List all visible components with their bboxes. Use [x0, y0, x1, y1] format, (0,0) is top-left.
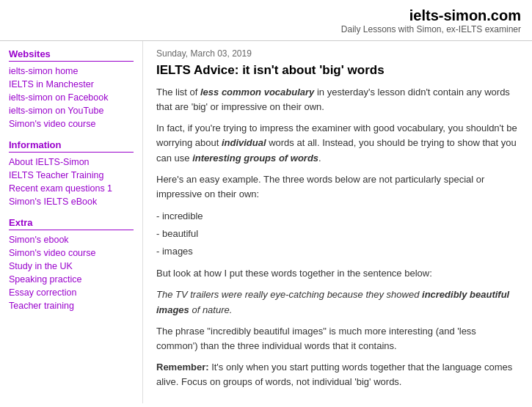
example-sentence: The TV trailers were really eye-catching… — [156, 289, 509, 315]
highlight-less-common: less common vocabulary — [200, 87, 314, 98]
sidebar-link-teacher-training-extra[interactable]: Teacher training — [9, 301, 134, 311]
sidebar-link-ielts-simon-home[interactable]: ielts-simon home — [9, 66, 134, 76]
sidebar-section-information: Information About IELTS-Simon IELTS Teac… — [9, 139, 134, 207]
para-1: The list of less common vocabulary in ye… — [156, 85, 519, 114]
para-5-example: The TV trailers were really eye-catching… — [156, 287, 519, 317]
sidebar-link-exam-questions[interactable]: Recent exam questions 1 — [9, 183, 134, 194]
list-item-3: - images — [156, 243, 519, 260]
para-4: But look at how I put these words togeth… — [156, 266, 519, 281]
sidebar-link-simons-ebook[interactable]: Simon's ebook — [9, 235, 134, 245]
sidebar-link-video-course-1[interactable]: Simon's video course — [9, 119, 134, 129]
sidebar-section-title-information: Information — [9, 139, 134, 153]
list-item-1: - incredible — [156, 208, 519, 224]
word-list: - incredible - beautiful - images — [156, 208, 519, 260]
sidebar-link-facebook[interactable]: ielts-simon on Facebook — [9, 92, 134, 103]
para-2: In fact, if you're trying to impress the… — [156, 121, 519, 165]
para-6: The phrase "incredibly beautiful images"… — [156, 324, 519, 353]
sidebar-link-study-uk[interactable]: Study in the UK — [9, 261, 134, 271]
sidebar-link-video-course-2[interactable]: Simon's video course — [9, 248, 134, 258]
para-3: Here's an easy example. The three words … — [156, 172, 519, 202]
highlight-incredibly: incredibly beautiful images — [156, 289, 509, 315]
site-title: ielts-simon.com — [11, 7, 521, 24]
sidebar-link-essay-correction[interactable]: Essay correction — [9, 287, 134, 298]
para-7: Remember: It's only when you start putti… — [156, 360, 519, 389]
highlight-individual: individual — [222, 137, 266, 148]
main-content: Sunday, March 03, 2019 IELTS Advice: it … — [143, 41, 532, 403]
sidebar-section-title-websites: Websites — [9, 48, 134, 62]
sidebar-section-extra: Extra Simon's ebook Simon's video course… — [9, 217, 134, 311]
post-title: IELTS Advice: it isn't about 'big' words — [156, 63, 519, 78]
sidebar-link-ielts-manchester[interactable]: IELTS in Manchester — [9, 79, 134, 89]
sidebar-link-speaking-practice[interactable]: Speaking practice — [9, 274, 134, 285]
sidebar-link-about[interactable]: About IELTS-Simon — [9, 157, 134, 167]
sidebar-link-ebook[interactable]: Simon's IELTS eBook — [9, 197, 134, 207]
remember-label: Remember: — [156, 362, 209, 373]
sidebar-link-youtube[interactable]: ielts-simon on YouTube — [9, 106, 134, 116]
highlight-interesting-groups: interesting groups of words — [192, 153, 318, 164]
sidebar: Websites ielts-simon home IELTS in Manch… — [0, 41, 143, 403]
post-body: The list of less common vocabulary in ye… — [156, 85, 519, 389]
sidebar-link-teacher-training[interactable]: IELTS Teacher Training — [9, 170, 134, 180]
post-date: Sunday, March 03, 2019 — [156, 48, 519, 59]
list-item-2: - beautiful — [156, 226, 519, 242]
sidebar-section-websites: Websites ielts-simon home IELTS in Manch… — [9, 48, 134, 129]
tagline: Daily Lessons with Simon, ex-IELTS exami… — [11, 24, 521, 34]
sidebar-section-title-extra: Extra — [9, 217, 134, 230]
